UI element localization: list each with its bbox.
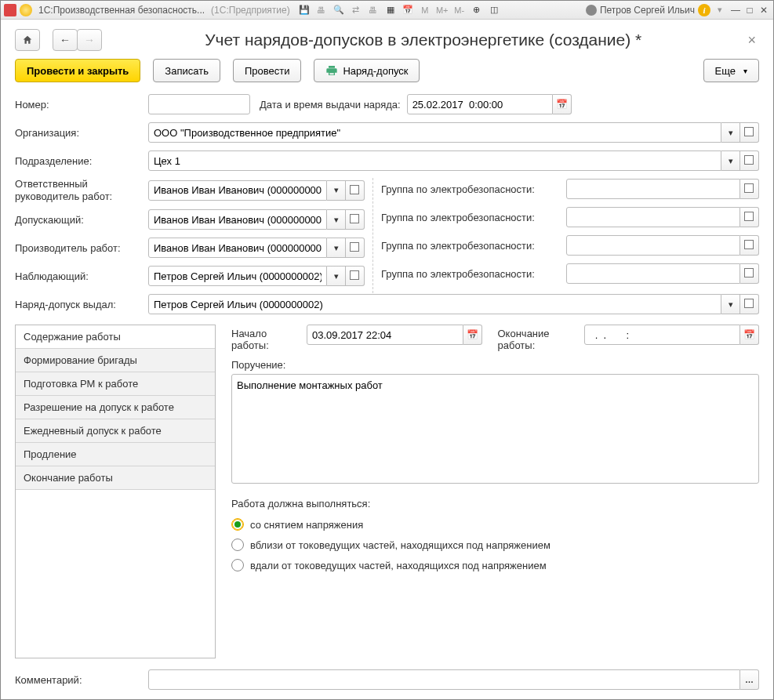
producer-field[interactable] bbox=[148, 238, 327, 258]
dropdown-circle-icon[interactable] bbox=[20, 4, 32, 16]
row-dates: Начало работы: 📅 Окончание работы: 📅 bbox=[231, 325, 759, 351]
compare-icon[interactable]: ⇄ bbox=[350, 4, 362, 16]
titlebar: 1С:Производственная безопасность... (1С:… bbox=[1, 1, 773, 20]
post-button[interactable]: Провести bbox=[233, 59, 302, 82]
logo-1c-icon bbox=[4, 4, 16, 16]
esafety2-field[interactable] bbox=[566, 207, 740, 227]
save-icon[interactable]: 💾 bbox=[298, 4, 311, 16]
issue-date-field[interactable] bbox=[407, 94, 553, 114]
esafety3-open-button[interactable] bbox=[740, 235, 759, 256]
producer-open-button[interactable] bbox=[346, 238, 365, 258]
task-textarea[interactable] bbox=[231, 374, 759, 484]
issued-by-field[interactable] bbox=[148, 294, 721, 314]
forward-button[interactable]: → bbox=[77, 29, 102, 51]
more-button[interactable]: Еще bbox=[703, 59, 759, 82]
dept-open-button[interactable] bbox=[740, 151, 759, 171]
dept-field[interactable] bbox=[148, 151, 721, 171]
row-esafety3: Группа по электробезопасности: bbox=[381, 234, 759, 256]
home-icon bbox=[22, 34, 33, 45]
end-calendar-button[interactable]: 📅 bbox=[740, 325, 759, 345]
label-work-cond: Работа должна выполняться: bbox=[231, 498, 759, 510]
mminus-icon[interactable]: M- bbox=[453, 4, 466, 16]
open-icon bbox=[351, 187, 359, 194]
esafety3-field[interactable] bbox=[566, 235, 740, 256]
tabs-list: Содержание работыФормирование бригадыПод… bbox=[15, 325, 216, 658]
comment-choose-button[interactable]: … bbox=[740, 669, 759, 690]
org-open-button[interactable] bbox=[740, 122, 759, 143]
post-and-close-button[interactable]: Провести и закрыть bbox=[15, 59, 140, 82]
issued-by-open-button[interactable] bbox=[740, 294, 759, 314]
tab-5[interactable]: Продление bbox=[16, 443, 215, 466]
esafety4-open-button[interactable] bbox=[740, 263, 759, 284]
titlebar-tools: 💾 🖶 🔍 ⇄ 🖶 ▦ 📅 M M+ M- ⊕ ◫ bbox=[298, 4, 500, 16]
org-field[interactable] bbox=[148, 122, 721, 143]
row-producer: Производитель работ: ▾ bbox=[15, 237, 365, 259]
tab-0[interactable]: Содержание работы bbox=[16, 325, 215, 349]
start-field[interactable] bbox=[307, 325, 463, 345]
info-icon[interactable]: i bbox=[698, 4, 710, 16]
radio-icon bbox=[231, 559, 244, 571]
open-icon bbox=[746, 157, 754, 165]
label-resp: Ответственный руководитель работ: bbox=[15, 178, 148, 202]
close-button[interactable]: ✕ bbox=[758, 4, 770, 16]
label-org: Организация: bbox=[15, 127, 148, 139]
print-icon[interactable]: 🖶 bbox=[315, 4, 328, 16]
label-dept: Подразделение: bbox=[15, 155, 148, 167]
minimize-button[interactable]: — bbox=[729, 4, 742, 16]
comment-field[interactable] bbox=[148, 669, 740, 690]
back-button[interactable]: ← bbox=[53, 29, 78, 51]
tab-2[interactable]: Подготовка РМ к работе bbox=[16, 372, 215, 396]
m-icon[interactable]: M bbox=[419, 4, 431, 16]
write-button[interactable]: Записать bbox=[153, 59, 220, 82]
help-dropdown-icon[interactable]: ▾ bbox=[714, 4, 726, 16]
label-end: Окончание работы: bbox=[498, 325, 569, 351]
esafety1-open-button[interactable] bbox=[740, 179, 759, 199]
row-esafety2: Группа по электробезопасности: bbox=[381, 206, 759, 228]
radio-label: вдали от токоведущих частей, находящихся… bbox=[250, 560, 547, 571]
home-button[interactable] bbox=[15, 29, 40, 51]
current-user[interactable]: Петров Сергей Ильич bbox=[586, 5, 695, 16]
radio-icon bbox=[231, 518, 244, 531]
print2-icon[interactable]: 🖶 bbox=[367, 4, 380, 16]
resp-dropdown-button[interactable]: ▾ bbox=[327, 180, 346, 201]
print-permit-button[interactable]: Наряд-допуск bbox=[314, 59, 420, 82]
calc-icon[interactable]: ▦ bbox=[384, 4, 397, 16]
tab-6[interactable]: Окончание работы bbox=[16, 466, 215, 490]
app-title: 1С:Производственная безопасность... bbox=[38, 5, 205, 16]
form-close-button[interactable]: × bbox=[744, 32, 759, 49]
producer-dropdown-button[interactable]: ▾ bbox=[327, 238, 346, 258]
calendar-icon[interactable]: 📅 bbox=[402, 4, 414, 16]
resp-field[interactable] bbox=[148, 180, 327, 201]
org-dropdown-button[interactable]: ▾ bbox=[721, 122, 740, 143]
command-bar: Провести и закрыть Записать Провести Нар… bbox=[15, 59, 759, 82]
issue-date-calendar-button[interactable]: 📅 bbox=[553, 94, 572, 114]
maximize-button[interactable]: □ bbox=[743, 4, 756, 16]
observer-open-button[interactable] bbox=[346, 266, 365, 286]
dept-dropdown-button[interactable]: ▾ bbox=[721, 151, 740, 171]
esafety1-field[interactable] bbox=[566, 179, 740, 199]
end-field[interactable] bbox=[584, 325, 741, 345]
esafety4-field[interactable] bbox=[566, 263, 740, 284]
panels-icon[interactable]: ◫ bbox=[488, 4, 500, 16]
esafety2-open-button[interactable] bbox=[740, 207, 759, 227]
issued-by-dropdown-button[interactable]: ▾ bbox=[721, 294, 740, 314]
tab-4[interactable]: Ежедневный допуск к работе bbox=[16, 419, 215, 443]
row-org: Организация: ▾ bbox=[15, 122, 759, 143]
radio-option-0[interactable]: со снятием напряжения bbox=[231, 514, 759, 535]
allower-open-button[interactable] bbox=[346, 209, 365, 230]
observer-dropdown-button[interactable]: ▾ bbox=[327, 266, 346, 286]
number-field[interactable] bbox=[148, 94, 250, 114]
radio-option-1[interactable]: вблизи от токоведущих частей, находящихс… bbox=[231, 535, 759, 555]
allower-dropdown-button[interactable]: ▾ bbox=[327, 209, 346, 230]
mplus-icon[interactable]: M+ bbox=[436, 4, 449, 16]
observer-field[interactable] bbox=[148, 266, 327, 286]
tab-1[interactable]: Формирование бригады bbox=[16, 349, 215, 372]
label-esafety3: Группа по электробезопасности: bbox=[381, 240, 566, 252]
resp-open-button[interactable] bbox=[346, 180, 365, 201]
allower-field[interactable] bbox=[148, 209, 327, 230]
radio-option-2[interactable]: вдали от токоведущих частей, находящихся… bbox=[231, 555, 759, 575]
tab-3[interactable]: Разрешение на допуск к работе bbox=[16, 396, 215, 419]
zoom-icon[interactable]: ⊕ bbox=[471, 4, 483, 16]
preview-icon[interactable]: 🔍 bbox=[332, 4, 345, 16]
start-calendar-button[interactable]: 📅 bbox=[463, 325, 482, 345]
